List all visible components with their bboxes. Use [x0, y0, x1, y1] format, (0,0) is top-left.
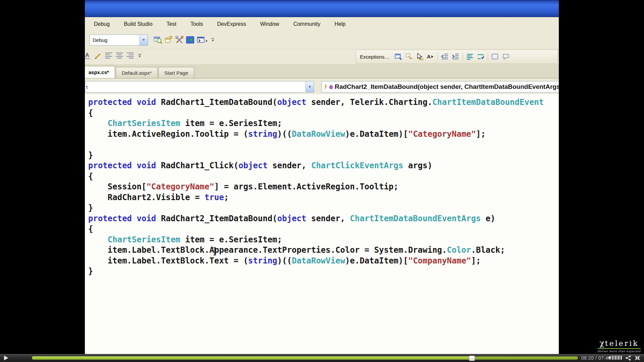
document-tabstrip: aspx.cs*Default.aspx*Start Page: [85, 65, 559, 78]
code-line: item.ActiveRegion.Tooltip = (string)((Da…: [88, 129, 559, 140]
menu-item-community[interactable]: Community: [286, 21, 327, 27]
show-window-icon[interactable]: [393, 51, 404, 62]
visual-studio-window: DebugBuild StudioTestToolsDevExpressWind…: [85, 0, 559, 354]
comment-bubble-icon[interactable]: [500, 51, 511, 62]
code-line: }: [88, 150, 559, 161]
code-line: protected void RadChart2_ItemDataBound(o…: [88, 214, 559, 224]
menu-item-tools[interactable]: Tools: [183, 21, 210, 27]
progress-handle[interactable]: [469, 356, 475, 361]
svg-text:A: A: [427, 54, 431, 59]
telerik-logo: χ telerik deliver more than expected: [597, 339, 641, 353]
outdent-icon[interactable]: [439, 51, 450, 62]
menu-item-devexpress[interactable]: DevExpress: [210, 21, 253, 27]
toolbar-separator: [463, 52, 463, 61]
menu-item-help[interactable]: Help: [327, 21, 353, 27]
standard-toolbar: Debug ▼ ▼ ▼: [85, 31, 559, 49]
code-line: protected void RadChart1_Click(object se…: [88, 161, 559, 171]
font-color-icon[interactable]: A: [85, 50, 93, 61]
display-lines-icon[interactable]: [465, 51, 475, 62]
start-debug-icon[interactable]: [185, 35, 196, 45]
toolbar-overflow-icon[interactable]: ▼: [211, 38, 214, 42]
toolbar-icon-group: ▼ ▼: [153, 35, 214, 45]
pick-object-icon[interactable]: [404, 51, 414, 62]
members-combo-value: RadChart2_ItemDataBound(object sender, C…: [335, 83, 559, 90]
code-editor[interactable]: protected void RadChart1_ItemDataBound(o…: [85, 94, 559, 354]
time-display: 06:20 / 07:48: [581, 355, 611, 361]
tab-start-page[interactable]: Start Page: [158, 67, 194, 78]
telerik-tagline: deliver more than expected: [597, 350, 641, 353]
text-ibeam-cursor: [212, 247, 217, 256]
fullscreen-icon[interactable]: [635, 355, 640, 361]
formatting-icon-group: A ▼: [85, 50, 141, 61]
code-line: {: [88, 171, 559, 182]
formatting-toolbar-row: A ▼ Exceptions…: [85, 49, 559, 65]
event-lightning-icon: [323, 84, 328, 90]
align-right-list-icon[interactable]: [125, 50, 136, 61]
code-line: }: [88, 266, 559, 277]
progress-bar[interactable]: [32, 356, 578, 360]
types-combo-value: t: [85, 84, 88, 90]
menu-item-window[interactable]: Window: [253, 21, 286, 27]
property-pages-icon[interactable]: [163, 35, 174, 45]
code-line: RadChart2.Visible = true;: [88, 192, 559, 203]
event-handler-icon: [328, 84, 334, 90]
chevron-down-icon[interactable]: ▼: [205, 40, 208, 43]
code-line: {: [88, 224, 559, 235]
member-icon-group: [323, 84, 334, 90]
find-window-icon[interactable]: [153, 35, 163, 45]
tools-icon[interactable]: [174, 35, 185, 45]
cursor-arrow-icon[interactable]: [414, 51, 425, 62]
code-line: ChartSeriesItem item = e.SeriesItem;: [88, 118, 559, 129]
menu-item-build-studio[interactable]: Build Studio: [117, 21, 159, 27]
menu-item-debug[interactable]: Debug: [87, 21, 117, 27]
toolbar-overflow-icon[interactable]: ▼: [138, 54, 141, 58]
configuration-combo[interactable]: Debug ▼: [90, 35, 148, 46]
debug-location-toolbar: Exceptions… A: [356, 50, 558, 64]
align-center-list-icon[interactable]: [114, 50, 125, 61]
toolbar-separator: [437, 52, 438, 61]
configuration-combo-value: Debug: [90, 37, 107, 43]
chevron-down-icon[interactable]: ▼: [140, 35, 148, 45]
share-icon[interactable]: [625, 355, 631, 361]
menu-bar: DebugBuild StudioTestToolsDevExpressWind…: [85, 17, 559, 31]
menu-item-test[interactable]: Test: [160, 21, 183, 27]
code-line: ChartSeriesItem item = e.SeriesItem;: [88, 235, 559, 245]
members-combo[interactable]: RadChart2_ItemDataBound(object sender, C…: [321, 81, 559, 93]
indent-icon[interactable]: [450, 51, 461, 62]
volume-bars: [612, 356, 622, 360]
tab-aspx-cs-[interactable]: aspx.cs*: [85, 66, 115, 78]
speaker-icon: [608, 356, 611, 360]
types-combo[interactable]: t ▼: [85, 81, 314, 93]
code-line: item.Label.TextBlock.Appearance.TextProp…: [88, 245, 559, 256]
play-icon[interactable]: [4, 356, 8, 360]
video-control-bar: 06:20 / 07:48: [0, 354, 644, 362]
video-player-stage: DebugBuild StudioTestToolsDevExpressWind…: [0, 0, 644, 362]
volume-icon[interactable]: [608, 356, 622, 360]
exceptions-button[interactable]: Exceptions…: [360, 54, 389, 60]
tab-default-aspx-[interactable]: Default.aspx*: [116, 67, 158, 78]
code-line: {: [88, 108, 559, 119]
code-navigation-bar: t ▼ RadChart2_ItemDataBound(object sende…: [85, 78, 559, 95]
telerik-glyph-icon: χ: [599, 340, 604, 347]
code-line: }: [88, 203, 559, 214]
telerik-logo-text: telerik: [605, 339, 639, 348]
code-line: item.Label.TextBlock.Text = (string)((Da…: [88, 256, 559, 266]
progress-played: [32, 356, 472, 360]
box-outline-icon[interactable]: [490, 51, 500, 62]
code-line: protected void RadChart1_ItemDataBound(o…: [88, 97, 559, 108]
telerik-accent-line: [598, 348, 641, 349]
font-run-icon[interactable]: A: [425, 51, 436, 62]
code-line: Session["CategoryName"] = args.Element.A…: [88, 182, 559, 192]
align-left-list-icon[interactable]: [103, 50, 114, 61]
chevron-down-icon[interactable]: ▼: [306, 81, 314, 92]
word-wrap-icon[interactable]: [475, 51, 486, 62]
code-line: [88, 139, 559, 150]
toolbar-separator: [488, 52, 488, 61]
pencil-icon[interactable]: [93, 50, 103, 61]
window-titlebar[interactable]: [85, 0, 559, 17]
